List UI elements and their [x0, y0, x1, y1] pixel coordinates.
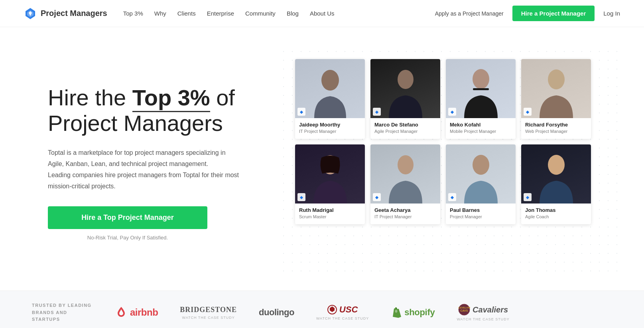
- hero-cta-button[interactable]: Hire a Top Project Manager: [48, 206, 207, 229]
- pm-role-jon: Agile Coach: [525, 214, 587, 219]
- pm-card-img-jon: ◆: [521, 144, 591, 204]
- hero-title-highlight: Top 3%: [132, 85, 210, 112]
- hero-description: Toptal is a marketplace for top project …: [48, 147, 239, 192]
- toptal-badge-5: ◆: [297, 193, 305, 201]
- pm-card-img-jaideep: ◆: [295, 59, 365, 118]
- pm-card-jon: ◆ Jon Thomas Agile Coach: [521, 144, 591, 224]
- bridgestone-case: WATCH THE CASE STUDY: [182, 316, 235, 320]
- hire-nav-button[interactable]: Hire a Project Manager: [512, 6, 595, 21]
- shopify-icon: [391, 307, 401, 318]
- pm-card-info-jon: Jon Thomas Agile Coach: [521, 204, 591, 223]
- pm-card-marco: ◆ Marco De Stefano Agile Project Manager: [370, 59, 440, 139]
- pm-card-info-paul: Paul Barnes Project Manager: [446, 204, 516, 223]
- person-silhouette-4: [536, 66, 576, 118]
- pm-role-meko: Mobile Project Manager: [450, 129, 512, 134]
- nav-links: Top 3% Why Clients Enterprise Community …: [123, 10, 435, 17]
- toptal-badge-3: ◆: [448, 108, 456, 116]
- toptal-badge-8: ◆: [524, 193, 532, 201]
- svg-point-10: [548, 155, 565, 175]
- hero-title-line2: Project Managers: [48, 111, 223, 136]
- pm-card-paul: ◆ Paul Barnes Project Manager: [446, 144, 516, 224]
- hero-right: ◆ Jaideep Moorthy IT Project Manager ◆: [279, 47, 620, 279]
- nav-community[interactable]: Community: [245, 10, 276, 17]
- logo-icon: [24, 7, 37, 20]
- svg-point-2: [321, 70, 339, 91]
- cavaliers-name: Cavaliers: [473, 305, 508, 314]
- nav-why[interactable]: Why: [154, 10, 166, 17]
- person-silhouette-2: [386, 66, 425, 118]
- person-silhouette-8: [536, 152, 576, 204]
- person-silhouette-5: [310, 152, 350, 204]
- hero-left: Hire the Top 3% of Project Managers Topt…: [48, 85, 263, 241]
- trusted-section: TRUSTED BY LEADING BRANDS AND STARTUPS a…: [0, 290, 644, 328]
- pm-card-img-paul: ◆: [446, 144, 516, 204]
- logo[interactable]: Project Managers: [24, 7, 107, 20]
- usc-icon: [327, 305, 337, 314]
- brand-usc: USC WATCH THE CASE STUDY: [316, 304, 369, 320]
- toptal-badge-6: ◆: [373, 193, 381, 201]
- brand-bridgestone: BRIDGESTONE WATCH THE CASE STUDY: [180, 306, 237, 320]
- svg-point-8: [398, 155, 414, 174]
- pm-card-info-jaideep: Jaideep Moorthy IT Project Manager: [295, 118, 365, 138]
- duolingo-name: duolingo: [259, 307, 294, 318]
- cards-grid: ◆ Jaideep Moorthy IT Project Manager ◆: [295, 59, 620, 224]
- brand-cavaliers: CLEVELAND CAVS Cavaliers WATCH THE CASE …: [457, 304, 509, 321]
- person-silhouette-7: [461, 152, 501, 204]
- svg-text:CAVS: CAVS: [461, 309, 468, 312]
- pm-card-jaideep: ◆ Jaideep Moorthy IT Project Manager: [295, 59, 365, 139]
- pm-card-img-ruth: ◆: [295, 144, 365, 204]
- toptal-badge-2: ◆: [373, 108, 381, 116]
- pm-name-jaideep: Jaideep Moorthy: [299, 122, 361, 128]
- no-risk-text: No-Risk Trial, Pay Only If Satisfied.: [48, 235, 207, 241]
- svg-point-12: [395, 310, 398, 313]
- pm-role-geeta: IT Project Manager: [374, 214, 436, 219]
- nav-enterprise[interactable]: Enterprise: [207, 10, 234, 17]
- brand-duolingo: duolingo: [259, 307, 294, 318]
- shopify-name: shopify: [404, 307, 435, 318]
- brand-name: Project Managers: [41, 9, 107, 18]
- hero-title: Hire the Top 3% of Project Managers: [48, 85, 263, 136]
- pm-role-paul: Project Manager: [450, 214, 512, 219]
- brand-shopify: shopify: [391, 307, 435, 318]
- svg-point-6: [548, 69, 565, 89]
- svg-rect-5: [473, 88, 489, 90]
- pm-name-ruth: Ruth Madrigal: [299, 207, 361, 213]
- airbnb-name: airbnb: [130, 307, 158, 318]
- svg-point-3: [398, 70, 414, 89]
- pm-name-meko: Meko Kofahl: [450, 122, 512, 128]
- nav-actions: Apply as a Project Manager Hire a Projec…: [435, 6, 620, 21]
- login-link[interactable]: Log In: [603, 10, 620, 17]
- nav-blog[interactable]: Blog: [287, 10, 299, 17]
- usc-case: WATCH THE CASE STUDY: [316, 316, 369, 320]
- person-silhouette-6: [386, 152, 425, 204]
- pm-card-meko: ◆ Meko Kofahl Mobile Project Manager: [446, 59, 516, 139]
- pm-card-img-geeta: ◆: [370, 144, 440, 204]
- pm-card-img-meko: ◆: [446, 59, 516, 118]
- pm-name-richard: Richard Forsythe: [525, 122, 587, 128]
- airbnb-icon: [116, 306, 127, 319]
- nav-top3[interactable]: Top 3%: [123, 10, 143, 17]
- toptal-badge-1: ◆: [297, 108, 305, 116]
- nav-clients[interactable]: Clients: [177, 10, 196, 17]
- pm-name-geeta: Geeta Acharya: [374, 207, 436, 213]
- pm-card-img-marco: ◆: [370, 59, 440, 118]
- pm-role-ruth: Scrum Master: [299, 214, 361, 219]
- pm-name-paul: Paul Barnes: [450, 207, 512, 213]
- pm-card-info-richard: Richard Forsythe Web Project Manager: [521, 118, 591, 138]
- pm-card-img-richard: ◆: [521, 59, 591, 118]
- apply-link[interactable]: Apply as a Project Manager: [435, 10, 504, 17]
- brand-airbnb: airbnb: [116, 306, 158, 319]
- nav-about[interactable]: About Us: [310, 10, 335, 17]
- pm-card-richard: ◆ Richard Forsythe Web Project Manager: [521, 59, 591, 139]
- svg-point-4: [473, 69, 489, 89]
- trusted-label: TRUSTED BY LEADING BRANDS AND STARTUPS: [32, 302, 92, 323]
- pm-card-info-marco: Marco De Stefano Agile Project Manager: [370, 118, 440, 138]
- toptal-badge-4: ◆: [524, 108, 532, 116]
- pm-card-info-ruth: Ruth Madrigal Scrum Master: [295, 204, 365, 223]
- person-silhouette-3: [461, 66, 501, 118]
- pm-card-ruth: ◆ Ruth Madrigal Scrum Master: [295, 144, 365, 224]
- cavaliers-case: WATCH THE CASE STUDY: [457, 317, 509, 321]
- pm-role-richard: Web Project Manager: [525, 129, 587, 134]
- hero-section: Hire the Top 3% of Project Managers Topt…: [0, 27, 644, 290]
- pm-card-info-meko: Meko Kofahl Mobile Project Manager: [446, 118, 516, 138]
